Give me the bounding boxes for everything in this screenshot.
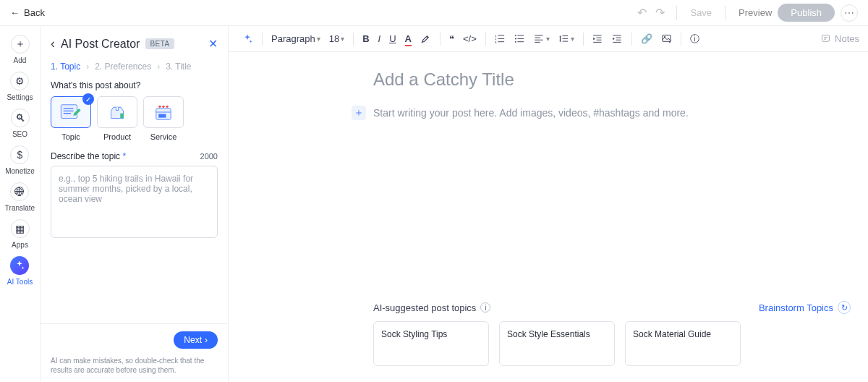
arrow-left-icon: ←: [10, 7, 20, 18]
divider: [485, 33, 486, 46]
next-button[interactable]: Next›: [174, 331, 218, 349]
ai-sparkle-icon[interactable]: [237, 33, 258, 45]
card-label: Service: [150, 132, 177, 141]
card-label: Topic: [61, 132, 80, 141]
svg-rect-18: [517, 41, 524, 42]
indent-button[interactable]: [608, 33, 627, 44]
svg-rect-23: [562, 35, 568, 36]
info-icon[interactable]: ⓘ: [686, 33, 704, 46]
numbered-list-button[interactable]: 123: [490, 33, 510, 44]
svg-rect-0: [61, 105, 77, 119]
suggestion-card[interactable]: Sock Style Essentials: [499, 321, 615, 366]
code-button[interactable]: </>: [459, 33, 481, 44]
svg-rect-12: [498, 41, 504, 42]
add-block-button[interactable]: ＋: [352, 106, 366, 120]
undo-icon[interactable]: ↶: [633, 6, 651, 20]
body-placeholder[interactable]: Start writing your post here. Add images…: [373, 107, 689, 119]
save-button[interactable]: Save: [684, 4, 718, 21]
divider: [262, 33, 263, 46]
redo-icon[interactable]: ↷: [651, 6, 669, 20]
card-product[interactable]: [97, 96, 137, 128]
svg-rect-14: [517, 35, 524, 36]
rail-translate[interactable]: 🌐︎ Translate: [5, 182, 35, 212]
link-button[interactable]: 🔗: [637, 33, 657, 44]
svg-rect-19: [535, 35, 542, 36]
about-label: What's this post about?: [51, 80, 218, 90]
line-height-dropdown[interactable]: ▾: [554, 33, 579, 44]
rail-label: Apps: [12, 241, 28, 249]
describe-textarea[interactable]: [51, 166, 218, 238]
svg-rect-8: [498, 35, 504, 36]
rail-add[interactable]: ＋ Add: [11, 35, 30, 64]
rail-monetize[interactable]: $ Monetize: [5, 145, 35, 175]
back-label: Back: [24, 7, 45, 18]
highlight-button[interactable]: [416, 33, 435, 44]
check-icon: ✓: [82, 93, 94, 105]
divider: [440, 33, 441, 46]
rail-seo[interactable]: 🔍︎ SEO: [11, 109, 30, 138]
char-counter: 2000: [200, 152, 218, 161]
step-title[interactable]: 3. Title: [166, 61, 191, 72]
rail-apps[interactable]: ▦ Apps: [11, 219, 30, 249]
rail-label: AI Tools: [7, 278, 33, 286]
suggestion-card[interactable]: Sock Material Guide: [625, 321, 741, 366]
bullet-list-button[interactable]: [510, 33, 529, 44]
quote-button[interactable]: ❝: [445, 33, 459, 44]
chevron-right-icon: ›: [205, 335, 208, 345]
dollar-icon: $: [10, 145, 29, 164]
rail-label: Translate: [5, 204, 35, 212]
outdent-button[interactable]: [588, 33, 608, 44]
card-service[interactable]: [143, 96, 184, 128]
rail-label: Monetize: [5, 167, 35, 175]
chevron-right-icon: ›: [157, 61, 160, 72]
rail-ai-tools[interactable]: AI Tools: [7, 256, 33, 286]
svg-rect-6: [158, 114, 166, 118]
text-color-button[interactable]: A: [401, 33, 416, 44]
svg-rect-21: [535, 40, 542, 41]
rail-label: SEO: [12, 130, 27, 138]
paragraph-dropdown[interactable]: Paragraph▾: [267, 33, 325, 44]
info-icon[interactable]: i: [480, 302, 490, 313]
svg-point-13: [515, 35, 516, 36]
align-dropdown[interactable]: ▾: [529, 33, 554, 44]
search-icon: 🔍︎: [11, 109, 30, 127]
font-size-dropdown[interactable]: 18▾: [325, 33, 349, 44]
svg-rect-31: [616, 38, 621, 38]
describe-label: Describe the topic *: [51, 151, 126, 161]
card-topic[interactable]: ✓: [51, 96, 91, 128]
gear-icon: ⚙: [10, 72, 29, 90]
panel-title: AI Post Creator: [61, 38, 140, 51]
divider: [583, 33, 584, 46]
title-input[interactable]: [373, 69, 851, 90]
close-icon[interactable]: ✕: [208, 37, 218, 51]
svg-rect-27: [596, 38, 601, 38]
refresh-icon[interactable]: ↻: [838, 301, 851, 314]
svg-rect-26: [593, 35, 601, 36]
preview-button[interactable]: Preview: [733, 4, 778, 21]
underline-button[interactable]: U: [385, 33, 400, 44]
svg-point-5: [166, 106, 168, 108]
panel-back-icon[interactable]: ‹: [51, 36, 55, 51]
topic-icon: [59, 102, 83, 122]
svg-point-3: [158, 106, 161, 108]
svg-rect-36: [822, 35, 830, 42]
step-preferences[interactable]: 2. Preferences: [95, 61, 151, 72]
image-button[interactable]: [657, 33, 676, 44]
product-icon: [105, 102, 129, 122]
rail-settings[interactable]: ⚙ Settings: [7, 72, 33, 101]
notes-button[interactable]: Notes: [820, 33, 859, 44]
svg-rect-2: [156, 109, 171, 119]
svg-point-4: [162, 106, 164, 108]
svg-rect-32: [616, 40, 621, 41]
step-topic[interactable]: 1. Topic: [51, 61, 80, 72]
suggestion-card[interactable]: Sock Styling Tips: [373, 321, 489, 366]
svg-rect-25: [562, 41, 568, 42]
svg-rect-30: [613, 35, 621, 36]
more-menu-button[interactable]: ⋯: [841, 4, 858, 22]
back-button[interactable]: ← Back: [10, 7, 45, 18]
publish-button[interactable]: Publish: [778, 4, 835, 22]
italic-button[interactable]: I: [374, 33, 386, 44]
brainstorm-button[interactable]: Brainstorm Topics: [759, 302, 833, 313]
bold-button[interactable]: B: [358, 33, 373, 44]
card-label: Product: [103, 132, 131, 141]
